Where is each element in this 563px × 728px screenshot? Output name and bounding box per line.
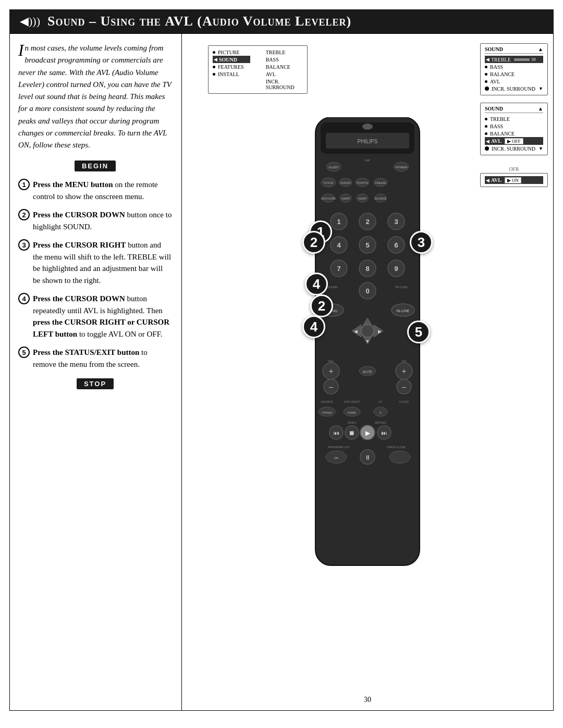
svg-text:ITR/R&D: ITR/R&D — [322, 411, 332, 414]
svg-text:POSIT'N: POSIT'N — [357, 181, 368, 184]
svg-text:PHILIPS: PHILIPS — [358, 139, 378, 144]
svg-text:SOURCE: SOURCE — [374, 197, 387, 200]
step-1-text: Press the MENU button on the remote cont… — [33, 179, 172, 202]
svg-text:7: 7 — [337, 265, 340, 273]
stop-label: STOP — [77, 378, 114, 389]
page-number-text: 30 — [364, 696, 371, 704]
svg-text:9: 9 — [394, 265, 398, 273]
speaker-icon: ◀))) — [20, 15, 40, 28]
avl-on-menu-screen: OFR ◀AVL ▶ ON — [480, 167, 548, 187]
svg-text:⏹: ⏹ — [349, 429, 355, 437]
svg-text:PIP: PIP — [365, 159, 370, 162]
svg-text:OK: OK — [334, 456, 339, 460]
svg-text:1: 1 — [337, 218, 340, 226]
right-panel: PICTURE ◀SOUND FEATURES INSTALL T — [182, 34, 553, 710]
step-4-number: 4 — [18, 293, 30, 304]
svg-text:8: 8 — [365, 265, 369, 273]
page-number: 30 — [364, 695, 371, 704]
step-label-5: 5 — [407, 320, 430, 343]
step-1-number: 1 — [18, 179, 30, 190]
left-instructions-panel: In most cases, the volume levels coming … — [10, 34, 182, 710]
stop-badge: STOP — [18, 378, 172, 389]
step-2: 2 Press the CURSOR DOWN button once to h… — [18, 209, 172, 232]
svg-text:HOME: HOME — [348, 411, 357, 414]
svg-text:4: 4 — [337, 241, 341, 249]
svg-text:VOL: VOL — [328, 360, 335, 363]
svg-text:SOUND: SOUND — [327, 286, 338, 289]
svg-text:CH: CH — [402, 360, 407, 363]
step-3-text: Press the CURSOR RIGHT button and the me… — [33, 239, 172, 286]
svg-text:SLEEP: SLEEP — [328, 166, 338, 169]
svg-text:–: – — [329, 382, 333, 391]
step-4: 4 Press the CURSOR DOWN button repeatedl… — [18, 293, 172, 340]
svg-text:5: 5 — [365, 241, 369, 249]
svg-text:STATUS/EXIT: STATUS/EXIT — [344, 400, 360, 403]
svg-text:⏭: ⏭ — [381, 429, 387, 437]
step-3-number: 3 — [18, 239, 30, 251]
svg-text:◀: ◀ — [354, 329, 358, 334]
svg-text:SWAP: SWAP — [358, 197, 366, 200]
svg-text:IN-LINE: IN-LINE — [397, 309, 410, 313]
begin-badge: BEGIN — [18, 161, 172, 171]
svg-text:▶: ▶ — [378, 329, 382, 334]
begin-label: BEGIN — [75, 161, 116, 171]
svg-text:SOURCE: SOURCE — [321, 400, 333, 403]
svg-point-99 — [389, 451, 410, 463]
svg-text:6: 6 — [394, 241, 398, 249]
svg-text:INCR.SURR: INCR.SURR — [321, 197, 336, 200]
svg-text:+: + — [402, 367, 406, 375]
step-3: 3 Press the CURSOR RIGHT button and the … — [18, 239, 172, 286]
avl-off-menu-screen: SOUND ▲ TREBLE BASS BALANCE ◀AVL ▶ OFF I… — [480, 103, 548, 155]
step-label-4b: 4 — [302, 315, 325, 338]
step-5-number: 5 — [18, 347, 30, 358]
step-2-text: Press the CURSOR DOWN button once to hig… — [33, 209, 172, 232]
main-menu-screen: PICTURE ◀SOUND FEATURES INSTALL T — [208, 45, 308, 94]
page-header: ◀))) Sound – Using the AVL (Audio Volume… — [9, 9, 554, 33]
step-label-4-upper: 4 — [305, 273, 328, 295]
svg-text:POWER: POWER — [396, 166, 408, 169]
svg-text:PROGRAM LIST: PROGRAM LIST — [328, 446, 350, 449]
step-label-2: 2 — [302, 231, 325, 254]
svg-text:ON/OFF: ON/OFF — [340, 181, 351, 184]
svg-text:▶: ▶ — [365, 429, 371, 437]
step-5: 5 Press the STATUS/EXIT but­ton to remov… — [18, 347, 172, 370]
treble-menu-screen: SOUND ▲ ◀TREBLE 30 BASS BALANCE AVL INCR… — [480, 43, 548, 95]
step-5-text: Press the STATUS/EXIT but­ton to remove … — [33, 347, 172, 370]
svg-text:OPEN CLOSE: OPEN CLOSE — [387, 446, 406, 449]
svg-text:CLOCK: CLOCK — [399, 400, 409, 403]
svg-text:2: 2 — [365, 218, 369, 226]
svg-text:⏮: ⏮ — [333, 429, 339, 437]
svg-point-2 — [362, 124, 373, 130]
svg-text:VIDEO: VIDEO — [347, 421, 357, 424]
step-label-3: 3 — [410, 231, 433, 254]
svg-text:0: 0 — [365, 287, 369, 295]
svg-text:PICTURE: PICTURE — [395, 286, 408, 289]
step-2-number: 2 — [18, 209, 30, 220]
svg-text:⏸: ⏸ — [364, 454, 371, 461]
step-4-text: Press the CURSOR DOWN button repeatedly … — [33, 293, 172, 340]
intro-paragraph: In most cases, the volume levels coming … — [18, 42, 172, 151]
svg-text:3: 3 — [394, 218, 398, 226]
step-label-2b: 2 — [310, 294, 333, 317]
svg-text:–: – — [402, 382, 406, 391]
right-menu-screens: SOUND ▲ ◀TREBLE 30 BASS BALANCE AVL INCR… — [480, 43, 548, 187]
svg-text:CC: CC — [378, 400, 383, 403]
svg-text:TV/VCR: TV/VCR — [323, 181, 334, 184]
svg-text:SWAP: SWAP — [341, 197, 350, 200]
remote-control-image: PHILIPS SLEEP POWER PIP TV/VCR ON/OFF PO… — [300, 117, 435, 588]
svg-text:MUTE: MUTE — [363, 370, 373, 374]
svg-text:▼: ▼ — [365, 339, 370, 344]
svg-text:FREEZE: FREEZE — [375, 181, 386, 184]
page-title: Sound – Using the AVL (Audio Volume Leve… — [47, 14, 351, 29]
main-content-area: In most cases, the volume levels coming … — [9, 33, 554, 711]
step-1: 1 Press the MENU button on the remote co… — [18, 179, 172, 202]
svg-point-60 — [361, 325, 374, 337]
svg-text:MOVIES: MOVIES — [375, 421, 386, 424]
svg-text:+: + — [329, 367, 333, 375]
